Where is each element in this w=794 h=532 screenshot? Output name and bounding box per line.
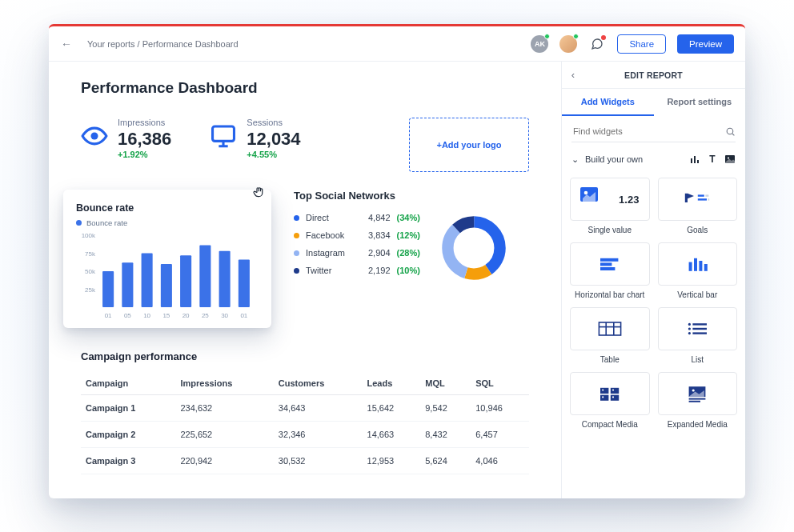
svg-point-68: [692, 389, 695, 391]
avatar-initials[interactable]: AK: [531, 35, 548, 53]
svg-point-64: [612, 390, 614, 391]
social-name: Direct: [306, 213, 362, 222]
panel-header: ‹ EDIT REPORT: [562, 62, 745, 89]
svg-rect-41: [708, 198, 710, 200]
table-cell: Campaign 3: [81, 448, 175, 474]
social-name: Instagram: [306, 248, 362, 258]
svg-rect-32: [697, 160, 699, 163]
widget-option: Goals: [658, 178, 738, 234]
svg-text:20: 20: [182, 312, 190, 319]
table-cell: 5,624: [420, 448, 471, 474]
svg-point-34: [728, 157, 729, 158]
svg-rect-45: [689, 262, 692, 271]
table-row[interactable]: Campaign 2225,65232,34614,6638,4326,457: [81, 422, 529, 448]
add-logo-button[interactable]: +Add your logo: [409, 118, 529, 172]
svg-rect-31: [694, 156, 696, 163]
widget-label: Goals: [658, 226, 738, 234]
text-mini-icon[interactable]: T: [707, 154, 718, 165]
table-header: MQL: [420, 372, 471, 395]
presence-dot-icon: [573, 34, 579, 39]
table-header: SQL: [471, 372, 529, 395]
svg-rect-58: [693, 332, 708, 334]
widget-option: Expanded Media: [658, 372, 738, 429]
kpi-value: 12,034: [247, 129, 300, 150]
svg-text:05: 05: [124, 312, 131, 319]
table-row[interactable]: Campaign 3220,94230,53212,9535,6244,046: [81, 448, 529, 474]
widget-option: Table: [570, 307, 650, 364]
table-cell: 9,542: [420, 395, 471, 422]
image-mini-icon[interactable]: [724, 154, 736, 165]
breadcrumb[interactable]: Your reports / Performance Dashboard: [87, 39, 239, 49]
widget-card[interactable]: [658, 242, 738, 286]
widget-option: Vertical bar: [658, 242, 738, 299]
svg-rect-10: [122, 262, 133, 307]
panel-title: EDIT REPORT: [584, 70, 723, 80]
svg-point-55: [688, 327, 691, 330]
social-pct: (34%): [397, 213, 420, 222]
widget-label: Table: [570, 355, 650, 364]
social-pct: (28%): [397, 248, 420, 258]
svg-rect-14: [161, 264, 172, 307]
social-value: 3,834: [368, 230, 391, 240]
color-dot-icon: [294, 233, 299, 238]
widget-label: Compact Media: [570, 420, 650, 429]
bounce-title: Bounce rate: [76, 202, 259, 214]
widget-card[interactable]: [570, 372, 650, 415]
svg-rect-42: [600, 258, 618, 262]
svg-rect-60: [611, 388, 619, 394]
widget-card[interactable]: [658, 178, 738, 221]
svg-point-28: [727, 128, 733, 134]
kpi-row: Impressions 16,386 +1.92% Sessions 12,03…: [81, 118, 529, 172]
table-row[interactable]: Campaign 1234,63234,64315,6429,54210,946: [81, 395, 529, 422]
bar-chart-mini-icon[interactable]: [689, 154, 700, 165]
table-header-row: CampaignImpressionsCustomersLeadsMQLSQL: [81, 372, 529, 395]
campaign-section: Campaign performance CampaignImpressions…: [81, 350, 529, 474]
widget-card[interactable]: [570, 242, 650, 286]
build-your-own-row[interactable]: ⌄ Build your own T: [571, 154, 736, 165]
notification-dot-icon: [601, 35, 606, 40]
widget-search[interactable]: [571, 126, 736, 142]
bounce-rate-card[interactable]: Bounce rate Bounce rate 25k50k75k100k010…: [63, 190, 271, 328]
social-name: Facebook: [306, 230, 362, 240]
widget-label: Single value: [570, 226, 650, 234]
color-dot-icon: [294, 215, 299, 221]
preview-button[interactable]: Preview: [677, 34, 734, 54]
svg-rect-40: [698, 198, 707, 200]
svg-rect-69: [689, 398, 706, 400]
widget-label: Expanded Media: [658, 420, 738, 429]
svg-text:15: 15: [162, 312, 170, 319]
widget-grid: 1.23Single valueGoalsHorizontal bar char…: [562, 173, 745, 442]
topbar: ← Your reports / Performance Dashboard A…: [49, 26, 745, 62]
table-cell: 225,652: [175, 422, 273, 448]
table-header: Impressions: [175, 372, 273, 395]
share-button[interactable]: Share: [617, 34, 666, 54]
svg-rect-43: [600, 262, 612, 266]
svg-rect-18: [199, 246, 211, 307]
table-cell: 32,346: [274, 422, 363, 448]
svg-text:100k: 100k: [82, 232, 96, 239]
back-button[interactable]: ←: [57, 38, 76, 50]
widget-card[interactable]: [570, 307, 650, 350]
svg-rect-39: [706, 194, 709, 196]
panel-back-button[interactable]: ‹: [562, 69, 584, 81]
widget-card[interactable]: [658, 372, 738, 415]
svg-point-53: [688, 323, 691, 326]
tab-add-widgets[interactable]: Add Widgets: [562, 89, 654, 116]
panel-tabs: Add Widgets Report settings: [562, 89, 745, 116]
messages-icon[interactable]: [588, 35, 606, 53]
search-input[interactable]: [571, 126, 725, 137]
svg-rect-20: [219, 251, 231, 307]
table-header: Campaign: [81, 372, 175, 395]
social-row: Instagram 2,904 (28%): [294, 248, 420, 258]
avatar-photo[interactable]: [559, 35, 577, 53]
side-panel: ‹ EDIT REPORT Add Widgets Report setting…: [561, 62, 745, 498]
widget-label: Vertical bar: [658, 290, 738, 299]
campaign-table: CampaignImpressionsCustomersLeadsMQLSQL …: [81, 372, 529, 474]
tab-report-settings[interactable]: Report settings: [654, 89, 746, 116]
svg-text:30: 30: [221, 312, 228, 319]
widget-card[interactable]: [658, 307, 738, 350]
widget-card[interactable]: 1.23: [570, 178, 650, 221]
social-row: Facebook 3,834 (12%): [294, 230, 420, 240]
bounce-legend: Bounce rate: [76, 218, 259, 227]
social-name: Twitter: [306, 266, 362, 275]
